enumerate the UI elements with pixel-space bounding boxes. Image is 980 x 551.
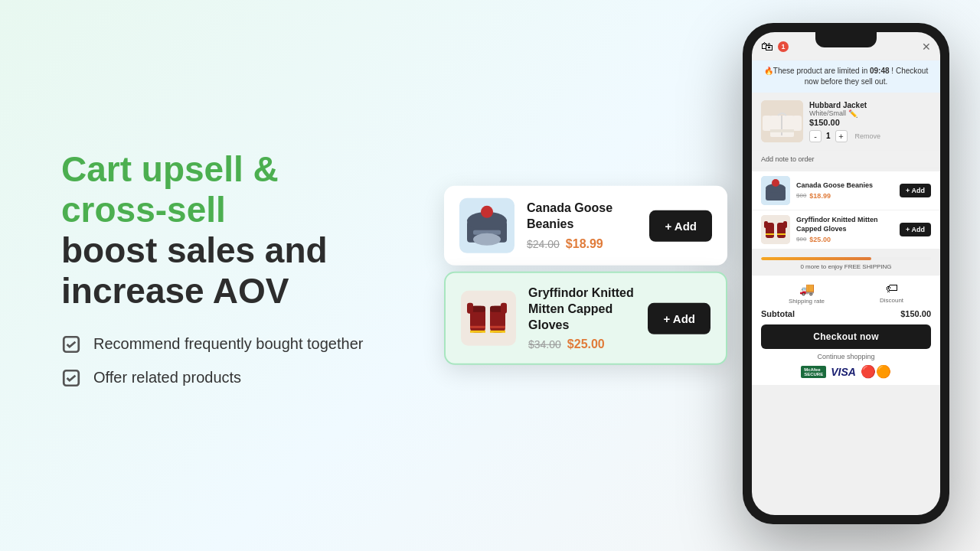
phone-gloves-svg bbox=[761, 215, 790, 244]
phone-upsell-2-prices: $00 $25.00 bbox=[796, 236, 893, 243]
shipping-bar-fill bbox=[761, 257, 871, 260]
upsell-card-1-info: Canada Goose Beanies $24.00 $18.99 bbox=[527, 201, 637, 251]
upsell-card-1-add-button[interactable]: + Add bbox=[649, 210, 712, 241]
cart-badge: 1 bbox=[778, 41, 789, 52]
shipping-bar bbox=[761, 257, 931, 260]
phone-upsell-1-name: Canada Goose Beanies bbox=[796, 181, 893, 191]
phone-mockup: 🛍 1 ✕ 🔥These product are limited in 09:4… bbox=[743, 23, 949, 524]
cart-bag-icon: 🛍 bbox=[761, 40, 773, 54]
payment-icons: McAfeeSECURE VISA 🔴🟠 bbox=[761, 364, 931, 379]
phone-upsell-2-name: Gryffindor Knitted Mitten Capped Gloves bbox=[796, 216, 893, 233]
headline-dark-1: boost sales and bbox=[61, 230, 328, 270]
shipping-rate-item: 🚚 Shipping rate bbox=[789, 282, 825, 305]
upsell-card-2-prices: $34.00 $25.00 bbox=[528, 337, 635, 351]
svg-rect-33 bbox=[777, 233, 786, 235]
cart-footer: 🚚 Shipping rate 🏷 Discount Subtotal $150… bbox=[752, 275, 940, 385]
phone-upsell-1-old: $00 bbox=[796, 192, 806, 199]
phone-upsell-item-1: Canada Goose Beanies $00 $18.99 + Add bbox=[752, 171, 940, 210]
feature-text-1: Recommend frequently bought together bbox=[93, 335, 363, 353]
discount-item: 🏷 Discount bbox=[880, 282, 903, 305]
check-icon-2 bbox=[61, 368, 81, 388]
mcafee-badge: McAfeeSECURE bbox=[801, 366, 826, 378]
phone-upsell-2-add[interactable]: + Add bbox=[900, 223, 931, 236]
svg-rect-16 bbox=[490, 331, 505, 333]
mastercard-badge: 🔴🟠 bbox=[861, 364, 891, 379]
shipping-bar-text: 0 more to enjoy FREE SHIPPING bbox=[800, 263, 891, 270]
upsell-card-1-old-price: $24.00 bbox=[527, 238, 560, 250]
svg-rect-12 bbox=[501, 303, 507, 314]
qty-plus-button[interactable]: + bbox=[835, 130, 848, 142]
subtotal-row: Subtotal $150.00 bbox=[761, 309, 931, 318]
svg-rect-29 bbox=[764, 221, 768, 228]
remove-button[interactable]: Remove bbox=[855, 132, 881, 140]
svg-rect-20 bbox=[792, 116, 802, 131]
phone-upsell-1-image bbox=[761, 176, 790, 205]
upsell-card-2-new-price: $25.00 bbox=[567, 337, 605, 351]
subtotal-label: Subtotal bbox=[761, 309, 795, 318]
phone-upsell-1-prices: $00 $18.99 bbox=[796, 192, 893, 200]
upsell-card-2-old-price: $34.00 bbox=[528, 338, 561, 350]
cart-item-details: Hubbard Jacket White/Small ✏️ $150.00 - … bbox=[809, 101, 931, 142]
cart-icon-area: 🛍 1 bbox=[761, 40, 789, 54]
feature-item-2: Offer related products bbox=[61, 368, 383, 388]
svg-rect-9 bbox=[467, 303, 473, 314]
feature-item-1: Recommend frequently bought together bbox=[61, 334, 383, 354]
goose-beanie-svg bbox=[459, 198, 514, 253]
check-icon-1 bbox=[61, 334, 81, 354]
urgency-text: 🔥These product are limited in bbox=[764, 67, 867, 75]
upsell-card-1: Canada Goose Beanies $24.00 $18.99 + Add bbox=[444, 186, 727, 266]
svg-point-6 bbox=[473, 233, 501, 246]
phone-notch bbox=[815, 32, 877, 47]
phone-upsell-item-2: Gryffindor Knitted Mitten Capped Gloves … bbox=[752, 210, 940, 249]
svg-rect-31 bbox=[783, 221, 787, 228]
upsell-card-2-name: Gryffindor Knitted Mitten Capped Gloves bbox=[528, 285, 635, 333]
phone-upsell-1-info: Canada Goose Beanies $00 $18.99 bbox=[796, 181, 893, 200]
headline: Cart upsell & cross-sell boost sales and… bbox=[61, 149, 383, 311]
shipping-icon: 🚚 bbox=[799, 282, 815, 296]
cart-close-button[interactable]: ✕ bbox=[922, 41, 931, 53]
upsell-card-2-add-button[interactable]: + Add bbox=[648, 302, 710, 334]
upsell-card-1-new-price: $18.99 bbox=[566, 237, 603, 251]
add-note-area[interactable]: Add note to order bbox=[752, 151, 940, 168]
cart-item-price: $150.00 bbox=[809, 118, 931, 127]
gloves-svg bbox=[461, 291, 516, 346]
qty-value: 1 bbox=[826, 132, 831, 140]
shipping-icons-row: 🚚 Shipping rate 🏷 Discount bbox=[761, 282, 931, 305]
feature-list: Recommend frequently bought together Off… bbox=[61, 334, 383, 388]
svg-point-5 bbox=[481, 206, 493, 218]
svg-rect-22 bbox=[770, 129, 794, 132]
phone-upsell-2-new: $25.00 bbox=[809, 236, 831, 243]
urgency-banner: 🔥These product are limited in 09:48 ! Ch… bbox=[752, 60, 940, 93]
upsell-card-2-image bbox=[461, 291, 516, 346]
svg-point-26 bbox=[772, 179, 779, 187]
svg-rect-27 bbox=[761, 215, 790, 244]
feature-text-2: Offer related products bbox=[93, 369, 241, 386]
svg-rect-15 bbox=[470, 331, 485, 333]
svg-rect-14 bbox=[490, 326, 505, 328]
upsell-card-1-prices: $24.00 $18.99 bbox=[527, 237, 637, 251]
add-note-label: Add note to order bbox=[761, 155, 815, 163]
continue-shopping-link[interactable]: Continue shopping bbox=[761, 353, 931, 360]
visa-badge: VISA bbox=[831, 366, 856, 378]
svg-rect-32 bbox=[766, 233, 774, 235]
jacket-svg bbox=[761, 100, 803, 142]
svg-rect-19 bbox=[763, 116, 772, 131]
discount-label: Discount bbox=[880, 297, 903, 304]
phone-upsell-1-add[interactable]: + Add bbox=[900, 184, 931, 197]
headline-green: Cart upsell & cross-sell bbox=[61, 149, 279, 230]
upsell-card-2: Gryffindor Knitted Mitten Capped Gloves … bbox=[444, 272, 727, 365]
cart-item-name: Hubbard Jacket bbox=[809, 101, 931, 109]
subtotal-value: $150.00 bbox=[900, 309, 931, 318]
cart-item-variant: White/Small ✏️ bbox=[809, 109, 931, 118]
svg-rect-13 bbox=[470, 326, 485, 328]
upsell-card-1-name: Canada Goose Beanies bbox=[527, 201, 637, 233]
discount-icon: 🏷 bbox=[886, 282, 898, 295]
upsell-cards-overlay: Canada Goose Beanies $24.00 $18.99 + Add bbox=[444, 186, 727, 365]
cart-item-image bbox=[761, 100, 803, 142]
qty-minus-button[interactable]: - bbox=[809, 130, 822, 142]
phone-goose-svg bbox=[761, 176, 790, 205]
quantity-control: - 1 + Remove bbox=[809, 130, 931, 142]
left-panel: Cart upsell & cross-sell boost sales and… bbox=[0, 103, 444, 448]
phone-upsell-1-new: $18.99 bbox=[809, 192, 831, 200]
checkout-button[interactable]: Checkout now bbox=[761, 324, 931, 349]
